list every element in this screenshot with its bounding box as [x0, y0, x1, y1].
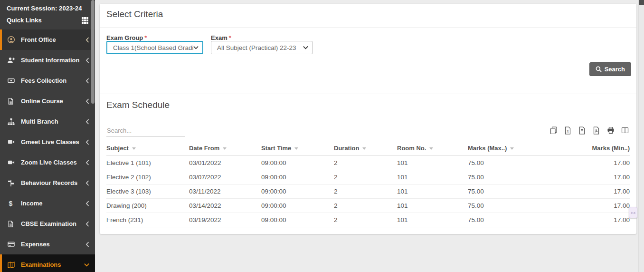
- sidebar: Current Session: 2023-24 Quick Links Fro…: [0, 0, 95, 272]
- sidebar-item-label: Income: [21, 200, 85, 207]
- columns-icon[interactable]: [621, 126, 629, 135]
- table-cell: Elective 3 (103): [106, 184, 189, 198]
- column-header-marks-min[interactable]: Marks (Min..): [551, 141, 630, 155]
- table-cell: 09:00:00: [261, 198, 334, 213]
- sidebar-item-label: Student Information: [21, 57, 85, 64]
- table-cell: 09:00:00: [261, 155, 334, 170]
- required-asterisk: *: [229, 34, 231, 41]
- search-icon: [596, 66, 602, 72]
- table-cell: 75.00: [468, 213, 551, 227]
- signpost-icon: [7, 179, 17, 187]
- document-icon: [7, 220, 17, 228]
- column-header-start-time[interactable]: Start Time: [261, 141, 334, 155]
- pdf-icon[interactable]: [593, 126, 601, 135]
- sidebar-item-behaviour-records[interactable]: Behaviour Records: [0, 173, 95, 193]
- table-cell: Drawing (200): [106, 198, 189, 213]
- chevron-left-icon: [85, 160, 89, 165]
- csv-icon[interactable]: [578, 126, 587, 135]
- table-cell: 75.00: [468, 170, 551, 184]
- table-cell: 75.00: [468, 155, 551, 170]
- chevron-left-icon: [85, 78, 89, 84]
- sidebar-item-fees-collection[interactable]: Fees Collection: [0, 70, 95, 91]
- print-icon[interactable]: [607, 126, 615, 135]
- chevron-left-icon: [85, 58, 89, 63]
- exam-group-select[interactable]: Class 1(School Based Gradi: [106, 41, 203, 54]
- document-icon: [7, 97, 17, 105]
- required-asterisk: *: [144, 34, 147, 41]
- money-bill-icon: [7, 77, 17, 84]
- table-row: Elective 2 (102)03/07/202209:00:00210175…: [106, 170, 630, 184]
- table-cell: 03/11/2022: [189, 184, 261, 198]
- table-row: Elective 1 (101)03/01/202209:00:00210175…: [106, 155, 630, 170]
- chevron-left-icon: [85, 119, 89, 125]
- table-cell: 17.00: [551, 155, 630, 170]
- grid-icon[interactable]: [82, 17, 88, 24]
- sidebar-menu: Front OfficeStudent InformationFees Coll…: [0, 29, 95, 272]
- export-toolbar: x: [550, 126, 629, 135]
- table-cell: 75.00: [468, 184, 551, 198]
- table-cell: 2: [334, 170, 397, 184]
- sidebar-item-income[interactable]: $Income: [0, 193, 95, 214]
- sidebar-item-label: Zoom Live Classes: [21, 159, 85, 166]
- sort-arrow-icon: [510, 147, 514, 150]
- page-scrollbar[interactable]: [638, 0, 644, 272]
- table-cell: 03/19/2022: [189, 213, 261, 227]
- table-cell: 03/14/2022: [189, 198, 261, 213]
- chevron-down-icon: [84, 263, 89, 267]
- video-camera-icon: [7, 138, 17, 146]
- column-header-room-no[interactable]: Room No.: [397, 141, 468, 155]
- chevron-left-icon: [85, 221, 89, 227]
- table-cell: 09:00:00: [261, 170, 334, 184]
- sidebar-item-label: Expenses: [21, 241, 85, 248]
- extension-badge[interactable]: >.<: [629, 207, 637, 218]
- sidebar-item-label: Behaviour Records: [21, 179, 85, 186]
- table-row: Drawing (200)03/14/202209:00:00210175.00…: [106, 198, 630, 213]
- dollar-icon: $: [7, 200, 17, 207]
- table-cell: 2: [334, 198, 397, 213]
- chevron-left-icon: [85, 201, 89, 206]
- quick-links-label: Quick Links: [7, 17, 42, 24]
- column-header-subject[interactable]: Subject: [106, 141, 189, 155]
- table-cell: Elective 2 (102): [106, 170, 189, 184]
- svg-text:$: $: [9, 200, 13, 207]
- table-cell: 03/07/2022: [189, 170, 261, 184]
- table-search-input[interactable]: [106, 125, 185, 137]
- sitemap-icon: [7, 118, 17, 126]
- table-cell: 101: [397, 170, 468, 184]
- exam-select[interactable]: All Subject (Practical) 22-23: [211, 41, 313, 54]
- table-cell: 17.00: [551, 184, 630, 198]
- sidebar-item-front-office[interactable]: Front Office: [0, 29, 95, 50]
- excel-icon[interactable]: x: [564, 126, 572, 135]
- exam-label: Exam*: [211, 34, 231, 41]
- column-header-duration[interactable]: Duration: [334, 141, 397, 155]
- table-cell: 09:00:00: [261, 184, 334, 198]
- content-card: Select Criteria Exam Group* Exam* Class …: [100, 4, 636, 234]
- table-cell: 17.00: [551, 213, 630, 227]
- column-header-marks-max[interactable]: Marks (Max..): [468, 141, 551, 155]
- copy-icon[interactable]: [550, 126, 558, 135]
- chevron-left-icon: [85, 242, 89, 247]
- sidebar-item-label: Examinations: [21, 261, 84, 268]
- table-row: Elective 3 (103)03/11/202209:00:00210175…: [106, 184, 630, 198]
- column-header-date-from[interactable]: Date From: [189, 141, 261, 155]
- sidebar-item-label: Online Course: [21, 97, 85, 105]
- sort-arrow-icon: [294, 147, 298, 150]
- sidebar-item-online-course[interactable]: Online Course: [0, 91, 95, 111]
- sidebar-item-label: Front Office: [21, 36, 85, 43]
- sidebar-item-label: CBSE Examination: [21, 220, 85, 227]
- sidebar-scrollbar-thumb[interactable]: [91, 0, 95, 104]
- page-scrollbar-thumb[interactable]: [639, 0, 644, 5]
- sidebar-item-gmeet-live-classes[interactable]: Gmeet Live Classes: [0, 132, 95, 152]
- exam-group-label: Exam Group*: [106, 34, 147, 41]
- sidebar-item-cbse-examination[interactable]: CBSE Examination: [0, 214, 95, 234]
- sidebar-item-multi-branch[interactable]: Multi Branch: [0, 111, 95, 132]
- sidebar-header: Current Session: 2023-24 Quick Links: [0, 0, 95, 29]
- sidebar-item-zoom-live-classes[interactable]: Zoom Live Classes: [0, 152, 95, 173]
- sort-arrow-icon: [429, 147, 433, 150]
- sidebar-item-examinations[interactable]: Examinations: [0, 254, 95, 272]
- search-button[interactable]: Search: [589, 62, 631, 76]
- sort-arrow-icon: [132, 147, 136, 150]
- sidebar-item-student-information[interactable]: Student Information: [0, 50, 95, 70]
- sidebar-item-expenses[interactable]: Expenses: [0, 234, 95, 254]
- sidebar-item-label: Multi Branch: [21, 118, 85, 125]
